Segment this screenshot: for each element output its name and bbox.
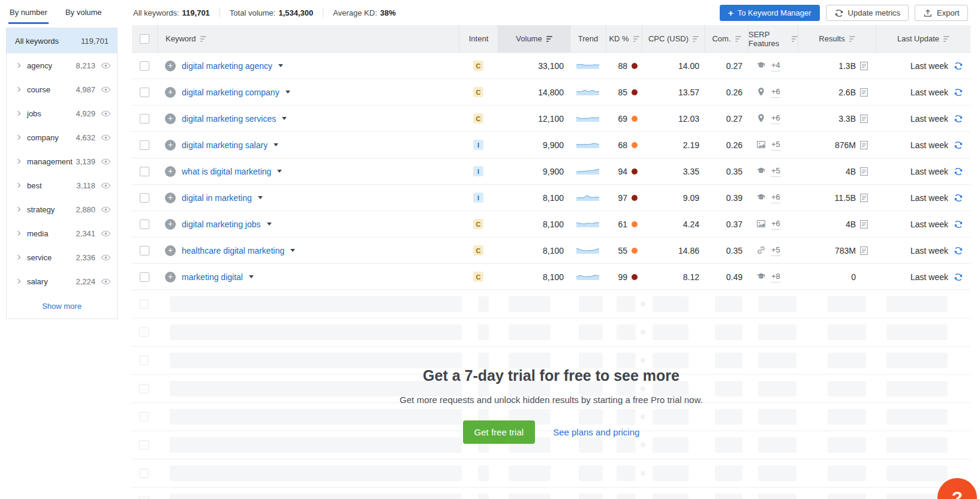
tab-by-number[interactable]: By number [8,0,49,24]
row-checkbox[interactable] [140,140,149,150]
serp-features-more-link[interactable]: +5 [771,166,780,177]
sidebar-group-media[interactable]: media2,341 [7,221,117,245]
refresh-keyword-icon[interactable] [954,61,963,71]
row-checkbox[interactable] [140,220,149,229]
eye-icon[interactable] [101,278,111,285]
keyword-link[interactable]: digital marketing jobs [182,220,261,229]
refresh-keyword-icon[interactable] [954,272,963,282]
serp-features-more-link[interactable]: +4 [771,60,780,71]
select-all-checkbox[interactable] [140,34,149,44]
eye-icon[interactable] [101,206,111,213]
add-keyword-button[interactable]: + [165,61,176,71]
column-header-kd[interactable]: KD % [606,25,642,52]
column-header-results[interactable]: Results [798,25,876,52]
add-keyword-button[interactable]: + [165,193,176,203]
serp-features-more-link[interactable]: +6 [771,113,780,124]
refresh-keyword-icon[interactable] [954,114,963,124]
serp-snapshot-icon[interactable] [859,246,868,255]
add-keyword-button[interactable]: + [165,166,176,177]
sidebar-group-course[interactable]: course4,987 [7,77,117,101]
keyword-caret-down-icon[interactable] [267,223,272,226]
sidebar-group-agency[interactable]: agency8,213 [7,53,117,77]
sidebar-group-best[interactable]: best3,118 [7,173,117,197]
show-more-link[interactable]: Show more [7,293,117,318]
row-checkbox[interactable] [140,61,149,71]
column-header-last-update[interactable]: Last Update [876,25,970,52]
keyword-caret-down-icon[interactable] [278,64,283,67]
serp-features-more-link[interactable]: +5 [771,139,780,151]
keyword-link[interactable]: digital marketing services [182,114,276,124]
refresh-keyword-icon[interactable] [954,246,963,255]
serp-features-more-link[interactable]: +6 [771,86,780,98]
keyword-link[interactable]: digital in marketing [182,193,252,203]
add-keyword-button[interactable]: + [165,140,176,151]
keyword-link[interactable]: digital marketing agency [182,61,272,71]
refresh-keyword-icon[interactable] [954,167,963,176]
sidebar-group-management[interactable]: management3,139 [7,149,117,173]
keyword-caret-down-icon[interactable] [258,196,263,199]
keyword-caret-down-icon[interactable] [273,143,278,146]
serp-snapshot-icon[interactable] [859,140,868,150]
refresh-keyword-icon[interactable] [954,220,963,229]
keyword-link[interactable]: digital marketing company [182,88,279,97]
serp-snapshot-icon[interactable] [859,88,868,97]
row-checkbox[interactable] [140,114,149,124]
eye-icon[interactable] [101,134,111,141]
keyword-link[interactable]: digital marketing salary [182,140,267,150]
serp-snapshot-icon[interactable] [859,61,868,71]
add-keyword-button[interactable]: + [165,245,176,256]
keyword-link[interactable]: marketing digital [182,272,243,282]
keyword-link[interactable]: what is digital marketing [182,167,271,176]
column-header-keyword[interactable]: Keyword [157,25,459,52]
sidebar-group-jobs[interactable]: jobs4,929 [7,101,117,125]
refresh-keyword-icon[interactable] [954,193,963,203]
keyword-caret-down-icon[interactable] [290,249,295,252]
update-metrics-button[interactable]: Update metrics [826,5,909,21]
eye-icon[interactable] [101,230,111,237]
export-button[interactable]: Export [915,5,968,21]
keyword-caret-down-icon[interactable] [282,117,287,120]
keyword-caret-down-icon[interactable] [285,91,290,94]
serp-snapshot-icon[interactable] [859,114,868,124]
row-checkbox[interactable] [140,167,149,176]
add-keyword-button[interactable]: + [165,87,176,98]
serp-features-more-link[interactable]: +6 [771,218,780,230]
keyword-link[interactable]: healthcare digital marketing [182,246,284,255]
to-keyword-manager-button[interactable]: + To Keyword Manager [720,5,820,21]
serp-features-more-link[interactable]: +5 [771,245,780,256]
keyword-caret-down-icon[interactable] [249,275,254,278]
sidebar-group-salary[interactable]: salary2,224 [7,269,117,293]
add-keyword-button[interactable]: + [165,113,176,124]
sidebar-group-service[interactable]: service2,336 [7,245,117,269]
column-header-com[interactable]: Com. [705,25,748,52]
serp-features-more-link[interactable]: +8 [771,271,780,282]
sidebar-item-all-keywords[interactable]: All keywords 119,701 [7,28,117,53]
serp-snapshot-icon[interactable] [859,220,868,229]
column-header-cpc-usd[interactable]: CPC (USD) [642,25,705,52]
see-plans-link[interactable]: See plans and pricing [553,427,639,437]
serp-snapshot-icon[interactable] [859,193,868,203]
eye-icon[interactable] [101,110,111,117]
add-keyword-button[interactable]: + [165,219,176,230]
serp-snapshot-icon[interactable] [859,167,868,176]
eye-icon[interactable] [101,62,111,69]
refresh-keyword-icon[interactable] [954,88,963,97]
eye-icon[interactable] [101,182,111,189]
get-free-trial-button[interactable]: Get free trial [463,420,536,444]
sidebar-group-company[interactable]: company4,632 [7,125,117,149]
column-header-volume[interactable]: Volume [498,25,570,52]
row-checkbox[interactable] [140,88,149,97]
column-header-serp-features[interactable]: SERP Features [748,25,798,52]
serp-features-more-link[interactable]: +6 [771,192,780,203]
row-checkbox[interactable] [140,272,149,282]
add-keyword-button[interactable]: + [165,272,176,282]
eye-icon[interactable] [101,254,111,261]
refresh-keyword-icon[interactable] [954,140,963,150]
sidebar-group-strategy[interactable]: strategy2,880 [7,197,117,221]
keyword-caret-down-icon[interactable] [277,170,282,173]
row-checkbox[interactable] [140,193,149,203]
eye-icon[interactable] [101,86,111,93]
tab-by-volume[interactable]: By volume [64,0,103,24]
row-checkbox[interactable] [140,246,149,255]
eye-icon[interactable] [101,158,111,165]
